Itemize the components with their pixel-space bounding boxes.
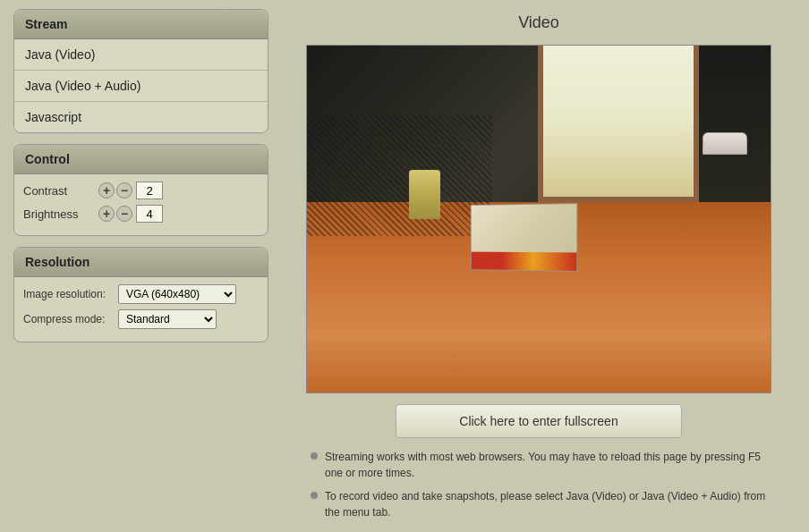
stream-item-java-video[interactable]: Java (Video): [14, 39, 268, 71]
sidebar: Stream Java (Video) Java (Video + Audio)…: [13, 9, 268, 528]
brightness-controls: + −: [98, 206, 132, 222]
cctv-box-stripe: [472, 252, 577, 271]
contrast-controls: + −: [98, 182, 132, 198]
contrast-minus-button[interactable]: −: [116, 182, 132, 198]
brightness-minus-button[interactable]: −: [116, 206, 132, 222]
resolution-panel-header: Resolution: [14, 248, 268, 277]
info-item-1: Streaming works with most web browsers. …: [311, 449, 767, 481]
brightness-row: Brightness + −: [23, 205, 259, 223]
stream-panel: Stream Java (Video) Java (Video + Audio)…: [13, 9, 268, 133]
car-toy: [703, 132, 747, 155]
brightness-value[interactable]: [136, 205, 163, 223]
contrast-plus-button[interactable]: +: [98, 182, 115, 198]
stream-panel-header: Stream: [14, 10, 268, 39]
control-panel: Control Contrast + − Brightness + −: [13, 144, 268, 236]
bullet-1: [311, 452, 318, 460]
contrast-row: Contrast + −: [23, 182, 259, 199]
top-right-dark: [699, 46, 771, 202]
stream-item-java-video-audio[interactable]: Java (Video + Audio): [14, 71, 268, 102]
image-resolution-select[interactable]: VGA (640x480) QVGA (320x240) QQVGA (160x…: [118, 284, 236, 304]
control-panel-header: Control: [14, 145, 268, 174]
contrast-value[interactable]: [136, 182, 163, 199]
bullet-2: [311, 492, 318, 499]
contrast-label: Contrast: [23, 184, 95, 198]
image-resolution-label: Image resolution:: [23, 288, 113, 300]
resolution-body: Image resolution: VGA (640x480) QVGA (32…: [14, 277, 268, 342]
info-section: Streaming works with most web browsers. …: [306, 449, 771, 528]
fullscreen-button[interactable]: Click here to enter fullscreen: [396, 404, 682, 438]
window-area: [538, 46, 699, 202]
info-text-2: To record video and take snapshots, plea…: [325, 488, 767, 520]
cctv-box: [471, 203, 578, 272]
stream-item-javascript[interactable]: Javascript: [14, 102, 268, 132]
brightness-label: Brightness: [23, 207, 95, 221]
video-container: [306, 45, 771, 393]
resolution-panel: Resolution Image resolution: VGA (640x48…: [13, 247, 268, 342]
pen-holder: [409, 170, 440, 219]
info-text-1: Streaming works with most web browsers. …: [325, 449, 767, 481]
main-content: Video Click here to enter fullscreen: [282, 9, 796, 528]
cables: [307, 115, 492, 237]
compress-mode-row: Compress mode: Standard High Low: [23, 309, 259, 329]
brightness-plus-button[interactable]: +: [98, 206, 115, 222]
image-resolution-row: Image resolution: VGA (640x480) QVGA (32…: [23, 284, 259, 304]
page-title: Video: [518, 13, 559, 32]
compress-mode-label: Compress mode:: [23, 313, 113, 325]
compress-mode-select[interactable]: Standard High Low: [118, 309, 217, 329]
info-item-2: To record video and take snapshots, plea…: [311, 488, 767, 520]
control-body: Contrast + − Brightness + −: [14, 174, 268, 235]
video-scene: [307, 46, 771, 393]
